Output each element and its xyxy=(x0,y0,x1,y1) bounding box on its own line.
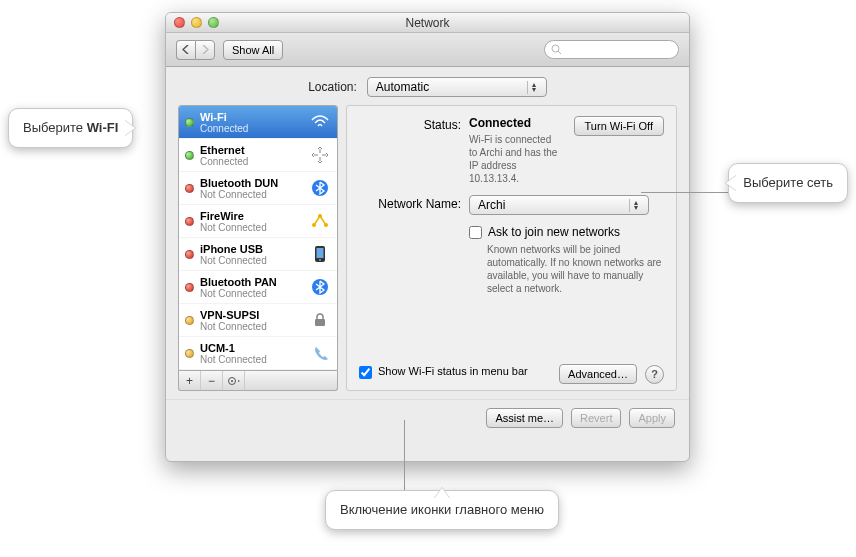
callout-text: Включение иконки главного меню xyxy=(340,502,544,517)
network-name-label: Network Name: xyxy=(359,195,469,215)
iphone-icon xyxy=(309,243,331,265)
callout-select-wifi: Выберите Wi-FI xyxy=(8,108,133,148)
network-name-value: Archi xyxy=(478,198,505,212)
item-name: Bluetooth PAN xyxy=(200,276,303,288)
sidebar-item-bluetooth-pan[interactable]: Bluetooth PAN Not Connected xyxy=(179,271,337,304)
gear-icon xyxy=(227,376,241,386)
status-label: Status: xyxy=(359,116,469,185)
item-sub: Not Connected xyxy=(200,255,303,266)
updown-icon: ▴▾ xyxy=(532,82,540,92)
connector-line xyxy=(641,192,731,193)
ethernet-icon xyxy=(309,144,331,166)
phone-icon xyxy=(309,342,331,364)
item-name: Wi-Fi xyxy=(200,111,303,123)
list-action-bar: + − xyxy=(178,371,338,391)
interface-list: Wi-Fi Connected Ethernet Connected xyxy=(178,105,338,371)
bluetooth-icon xyxy=(309,276,331,298)
ask-checkbox-input[interactable] xyxy=(469,226,482,239)
item-name: Bluetooth DUN xyxy=(200,177,303,189)
add-interface-button[interactable]: + xyxy=(179,371,201,390)
bluetooth-icon xyxy=(309,177,331,199)
sidebar-item-firewire[interactable]: FireWire Not Connected xyxy=(179,205,337,238)
titlebar: Network xyxy=(166,13,689,33)
item-sub: Connected xyxy=(200,156,303,167)
sidebar: Wi-Fi Connected Ethernet Connected xyxy=(178,105,338,391)
back-button[interactable] xyxy=(176,40,195,60)
status-dot-icon xyxy=(185,217,194,226)
show-status-checkbox[interactable]: Show Wi-Fi status in menu bar xyxy=(359,365,528,379)
item-sub: Not Connected xyxy=(200,321,303,332)
action-menu-button[interactable] xyxy=(223,371,245,390)
item-name: iPhone USB xyxy=(200,243,303,255)
ask-to-join-checkbox[interactable]: Ask to join new networks xyxy=(469,225,664,239)
status-dot-icon xyxy=(185,283,194,292)
show-status-checkbox-input[interactable] xyxy=(359,366,372,379)
sidebar-item-iphone-usb[interactable]: iPhone USB Not Connected xyxy=(179,238,337,271)
status-dot-icon xyxy=(185,349,194,358)
search-input[interactable] xyxy=(544,40,679,59)
network-name-popup[interactable]: Archi ▴▾ xyxy=(469,195,649,215)
callout-menu-icon: Включение иконки главного меню xyxy=(325,490,559,530)
remove-interface-button[interactable]: − xyxy=(201,371,223,390)
item-sub: Not Connected xyxy=(200,222,303,233)
status-dot-icon xyxy=(185,316,194,325)
svg-rect-7 xyxy=(317,248,324,258)
status-dot-icon xyxy=(185,184,194,193)
status-description: Wi-Fi is connected to Archi and has the … xyxy=(469,133,562,185)
sidebar-item-vpn-supsi[interactable]: VPN-SUPSI Not Connected xyxy=(179,304,337,337)
item-sub: Not Connected xyxy=(200,189,303,200)
location-value: Automatic xyxy=(376,80,429,94)
item-name: UCM-1 xyxy=(200,342,303,354)
callout-select-network: Выберите сеть xyxy=(728,163,848,203)
svg-rect-10 xyxy=(315,319,325,326)
sidebar-item-bluetooth-dun[interactable]: Bluetooth DUN Not Connected xyxy=(179,172,337,205)
assist-me-button[interactable]: Assist me… xyxy=(486,408,563,428)
turn-wifi-off-button[interactable]: Turn Wi-Fi Off xyxy=(574,116,664,136)
sidebar-item-ucm1[interactable]: UCM-1 Not Connected xyxy=(179,337,337,370)
nav-back-forward xyxy=(176,40,215,60)
status-dot-icon xyxy=(185,151,194,160)
item-sub: Not Connected xyxy=(200,354,303,365)
connector-line xyxy=(404,420,405,490)
detail-panel: Status: Connected Wi-Fi is connected to … xyxy=(346,105,677,391)
status-dot-icon xyxy=(185,250,194,259)
chevron-left-icon xyxy=(182,45,190,54)
show-all-button[interactable]: Show All xyxy=(223,40,283,60)
advanced-button[interactable]: Advanced… xyxy=(559,364,637,384)
apply-button[interactable]: Apply xyxy=(629,408,675,428)
toolbar: Show All xyxy=(166,33,689,67)
svg-line-1 xyxy=(558,51,561,54)
sidebar-item-wifi[interactable]: Wi-Fi Connected xyxy=(179,106,337,139)
status-dot-icon xyxy=(185,118,194,127)
updown-icon: ▴▾ xyxy=(634,200,642,210)
location-row: Location: Automatic ▴▾ xyxy=(166,67,689,105)
svg-point-0 xyxy=(552,45,559,52)
window-title: Network xyxy=(166,16,689,30)
forward-button[interactable] xyxy=(195,40,215,60)
location-popup[interactable]: Automatic ▴▾ xyxy=(367,77,547,97)
svg-point-8 xyxy=(319,259,321,261)
lock-icon xyxy=(309,309,331,331)
ask-label: Ask to join new networks xyxy=(488,225,620,239)
search-icon xyxy=(551,44,562,55)
firewire-icon xyxy=(309,210,331,232)
svg-point-12 xyxy=(231,380,233,382)
callout-text: Выберите сеть xyxy=(743,175,833,190)
help-button[interactable]: ? xyxy=(645,365,664,384)
item-name: Ethernet xyxy=(200,144,303,156)
item-sub: Not Connected xyxy=(200,288,303,299)
revert-button[interactable]: Revert xyxy=(571,408,621,428)
footer-buttons: Assist me… Revert Apply xyxy=(166,399,689,438)
location-label: Location: xyxy=(308,80,357,94)
sidebar-item-ethernet[interactable]: Ethernet Connected xyxy=(179,139,337,172)
chevron-right-icon xyxy=(201,45,209,54)
callout-bold: Wi-FI xyxy=(87,120,119,135)
show-status-label: Show Wi-Fi status in menu bar xyxy=(378,365,528,377)
network-preferences-window: Network Show All Location: Automatic ▴▾ xyxy=(165,12,690,462)
item-sub: Connected xyxy=(200,123,303,134)
item-name: FireWire xyxy=(200,210,303,222)
wifi-icon xyxy=(309,111,331,133)
status-value: Connected xyxy=(469,116,562,130)
callout-text: Выберите xyxy=(23,120,87,135)
item-name: VPN-SUPSI xyxy=(200,309,303,321)
